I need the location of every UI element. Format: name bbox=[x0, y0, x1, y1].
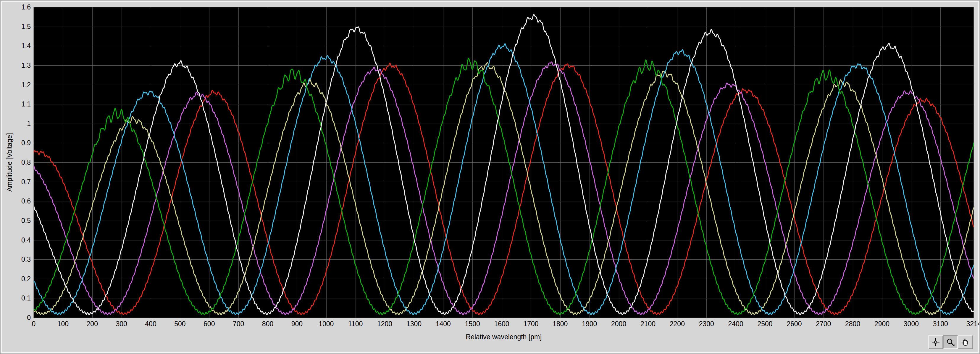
x-tick-label: 2600 bbox=[786, 321, 802, 327]
y-tick-label: 0 bbox=[1, 314, 31, 321]
plot-canvas[interactable] bbox=[34, 7, 974, 317]
y-tick-label: 0.2 bbox=[1, 275, 31, 282]
x-tick-label: 2900 bbox=[874, 321, 889, 327]
y-tick-label: 0.8 bbox=[1, 159, 31, 166]
x-tick-label: 500 bbox=[174, 321, 186, 327]
x-tick-label: 1900 bbox=[582, 321, 597, 327]
x-tick-label: 1100 bbox=[348, 321, 363, 327]
x-tick-label: 800 bbox=[262, 321, 273, 327]
magnifier-icon bbox=[946, 337, 955, 347]
x-tick-label: 2300 bbox=[699, 321, 714, 327]
y-tick-label: 1 bbox=[1, 120, 31, 127]
y-tick-label: 0.7 bbox=[1, 178, 31, 185]
y-tick-label: 0.4 bbox=[1, 237, 31, 243]
pan-tool-button[interactable] bbox=[958, 335, 973, 349]
y-tick-label: 1.6 bbox=[1, 4, 31, 11]
x-tick-label: 2100 bbox=[640, 321, 655, 327]
waveform-graph-panel: Amplitude [Voltage] 1.61.51.41.31.21.110… bbox=[0, 0, 980, 354]
x-tick-label: 2000 bbox=[611, 321, 626, 327]
y-tick-label: 0.5 bbox=[1, 217, 31, 224]
waveform-plot-area[interactable] bbox=[33, 7, 974, 318]
y-tick-label: 1.5 bbox=[1, 23, 31, 30]
x-tick-label: 2400 bbox=[728, 321, 743, 327]
x-axis-title: Relative wavelength [pm] bbox=[34, 333, 974, 341]
x-tick-label: 600 bbox=[204, 321, 215, 327]
x-tick-label: 3100 bbox=[933, 321, 948, 327]
cursor-tool-button[interactable] bbox=[928, 335, 943, 349]
x-tick-label: 0 bbox=[32, 321, 36, 327]
zoom-tool-button[interactable] bbox=[943, 335, 958, 349]
x-tick-label: 1200 bbox=[377, 321, 392, 327]
x-tick-label: 3000 bbox=[904, 321, 919, 327]
y-tick-label: 1.4 bbox=[1, 43, 31, 49]
graph-palette bbox=[928, 335, 973, 349]
x-tick-label: 2500 bbox=[757, 321, 772, 327]
y-tick-label: 1.1 bbox=[1, 101, 31, 108]
hand-icon bbox=[961, 337, 970, 347]
y-tick-label: 0.1 bbox=[1, 295, 31, 302]
y-tick-label: 0.3 bbox=[1, 256, 31, 263]
x-tick-label: 1500 bbox=[465, 321, 480, 327]
y-tick-label: 1.2 bbox=[1, 81, 31, 88]
x-tick-label: 1300 bbox=[406, 321, 422, 327]
x-tick-label: 3214 bbox=[966, 321, 980, 327]
x-tick-label: 900 bbox=[291, 321, 302, 327]
x-tick-label: 2800 bbox=[845, 321, 860, 327]
x-tick-label: 1000 bbox=[318, 321, 334, 327]
x-tick-label: 1800 bbox=[552, 321, 568, 327]
x-tick-label: 1400 bbox=[436, 321, 451, 327]
x-tick-label: 2200 bbox=[670, 321, 685, 327]
x-tick-label: 1700 bbox=[523, 321, 538, 327]
x-tick-label: 700 bbox=[233, 321, 244, 327]
crosshair-icon bbox=[931, 337, 940, 347]
x-tick-label: 1600 bbox=[494, 321, 509, 327]
x-tick-label: 100 bbox=[57, 321, 68, 327]
x-tick-label: 400 bbox=[145, 321, 156, 327]
x-tick-label: 300 bbox=[116, 321, 127, 327]
y-tick-label: 0.6 bbox=[1, 198, 31, 205]
y-tick-label: 1.3 bbox=[1, 62, 31, 68]
y-tick-label: 0.9 bbox=[1, 140, 31, 146]
x-tick-label: 2700 bbox=[816, 321, 831, 327]
x-tick-label: 200 bbox=[87, 321, 98, 327]
